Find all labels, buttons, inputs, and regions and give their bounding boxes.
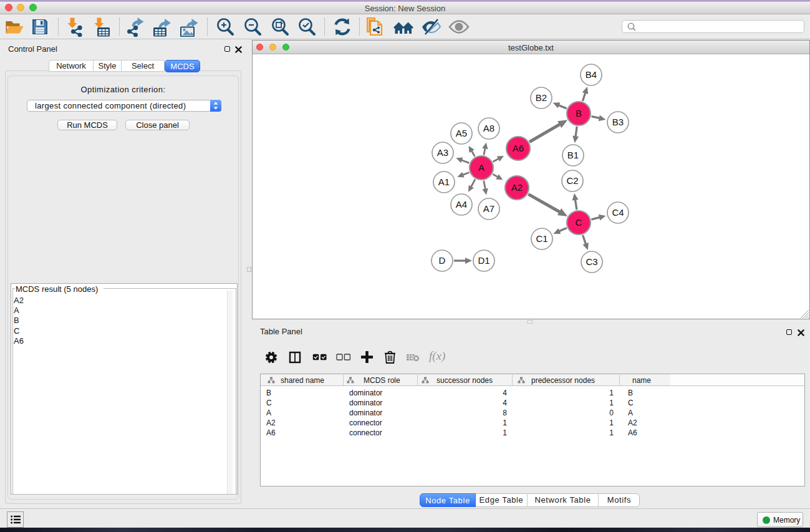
svg-text:D1: D1 — [478, 255, 489, 266]
svg-text:B2: B2 — [536, 92, 547, 103]
svg-text:A8: A8 — [483, 123, 494, 133]
svg-text:B4: B4 — [586, 69, 597, 80]
svg-text:A7: A7 — [483, 203, 494, 214]
svg-text:A6: A6 — [513, 143, 524, 153]
svg-text:B1: B1 — [567, 150, 579, 160]
svg-text:C3: C3 — [586, 256, 597, 267]
svg-text:C4: C4 — [612, 207, 624, 218]
svg-text:C2: C2 — [566, 175, 578, 186]
svg-text:A1: A1 — [438, 177, 450, 187]
svg-text:B: B — [576, 108, 582, 118]
svg-text:A2: A2 — [511, 182, 523, 193]
svg-text:A: A — [478, 162, 485, 173]
svg-text:D: D — [439, 255, 446, 266]
svg-text:B3: B3 — [612, 117, 624, 127]
svg-text:A5: A5 — [456, 128, 467, 138]
svg-text:A3: A3 — [437, 147, 448, 158]
svg-text:C: C — [576, 217, 582, 228]
svg-text:C1: C1 — [536, 233, 547, 244]
svg-text:A4: A4 — [456, 199, 467, 210]
